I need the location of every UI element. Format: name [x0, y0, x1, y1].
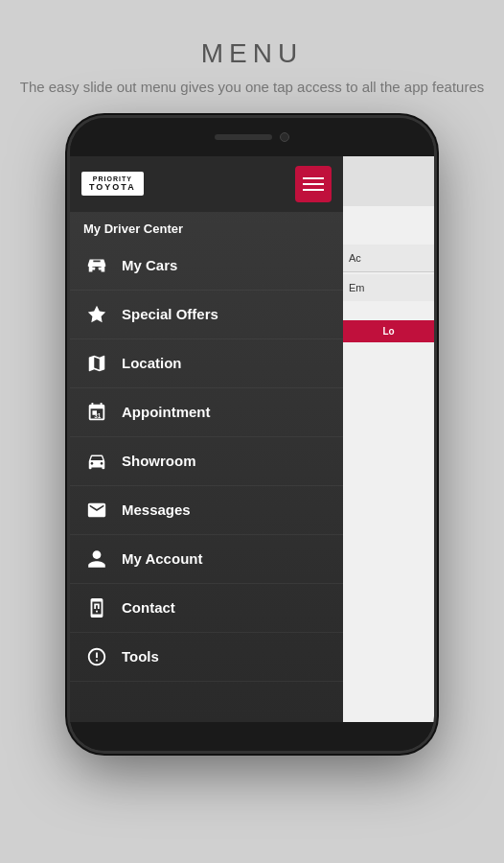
page-subtitle: The easy slide out menu gives you one ta…: [20, 77, 484, 99]
phone-icon: [83, 595, 110, 621]
speaker: [215, 134, 272, 140]
right-snippet-1: Ac: [343, 245, 434, 272]
hamburger-line-2: [303, 183, 324, 185]
menu-item-messages[interactable]: Messages: [70, 486, 343, 535]
calendar-icon: 31: [83, 399, 110, 426]
phone-screen: PRIORITY TOYOTA My Driver Center My Cars…: [70, 156, 434, 722]
phone-top-bar: [70, 118, 434, 156]
menu-panel: PRIORITY TOYOTA My Driver Center My Cars…: [70, 156, 343, 722]
right-panel-content: Ac Em Lo: [343, 206, 434, 722]
menu-item-label-special-offers: Special Offers: [122, 306, 218, 322]
menu-item-location[interactable]: Location: [70, 339, 343, 388]
menu-item-label-location: Location: [122, 355, 182, 371]
header-section: MENU The easy slide out menu gives you o…: [20, 38, 484, 99]
person-icon: [83, 546, 110, 572]
section-label: My Driver Center: [70, 212, 343, 242]
menu-item-contact[interactable]: Contact: [70, 584, 343, 633]
svg-text:31: 31: [94, 411, 102, 418]
menu-item-special-offers[interactable]: Special Offers: [70, 291, 343, 339]
menu-item-label-contact: Contact: [122, 599, 175, 616]
menu-item-label-my-account: My Account: [122, 550, 202, 567]
hamburger-line-1: [303, 177, 324, 179]
tools-icon: [83, 643, 110, 670]
map-icon: [83, 350, 110, 377]
right-snippet-2: Em: [343, 274, 434, 301]
car-icon: [83, 448, 110, 475]
logo-top: PRIORITY: [93, 175, 132, 182]
logo: PRIORITY TOYOTA: [81, 172, 144, 196]
camera: [280, 132, 289, 142]
svg-rect-0: [92, 267, 96, 269]
page-title: MENU: [20, 38, 484, 69]
menu-item-my-account[interactable]: My Account: [70, 535, 343, 584]
menu-item-label-my-cars: My Cars: [122, 257, 177, 273]
menu-item-label-tools: Tools: [122, 648, 159, 665]
menu-item-label-showroom: Showroom: [122, 453, 196, 469]
menu-item-label-appointment: Appointment: [122, 404, 210, 420]
hamburger-button[interactable]: [295, 166, 332, 202]
menu-items-list: My Cars Special Offers Location 31 Appoi…: [70, 242, 343, 682]
star-icon: [83, 301, 110, 328]
hamburger-line-3: [303, 189, 324, 191]
phone-mockup: PRIORITY TOYOTA My Driver Center My Cars…: [70, 118, 434, 751]
menu-item-appointment[interactable]: 31 Appointment: [70, 388, 343, 437]
menu-item-my-cars[interactable]: My Cars: [70, 242, 343, 291]
menu-header: PRIORITY TOYOTA: [70, 156, 343, 212]
menu-item-showroom[interactable]: Showroom: [70, 437, 343, 486]
logo-bottom: TOYOTA: [89, 182, 136, 192]
right-panel-peek: Ac Em Lo: [343, 156, 434, 722]
menu-item-label-messages: Messages: [122, 501, 191, 518]
right-panel-top: [343, 156, 434, 206]
phone-bottom-bar: [70, 722, 434, 751]
home-button: [238, 722, 266, 751]
menu-item-tools[interactable]: Tools: [70, 633, 343, 682]
email-icon: [83, 497, 110, 524]
right-login-label: Lo: [343, 320, 434, 342]
garage-icon: [83, 252, 110, 279]
svg-rect-1: [99, 267, 103, 269]
